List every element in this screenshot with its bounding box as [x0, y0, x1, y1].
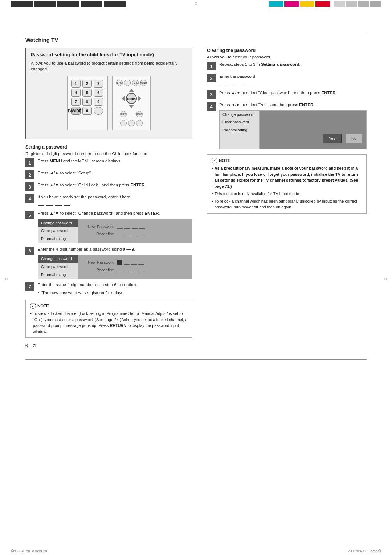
pw-dash-4 — [64, 205, 70, 206]
pw-new-label-6: New Password — [82, 259, 114, 266]
key-info: INFO — [132, 80, 139, 86]
pw-dash-1 — [38, 205, 44, 206]
menu-rrow-4-3: Parental rating — [220, 126, 259, 134]
note-content-left: To view a locked channel (Lock setting i… — [33, 311, 188, 335]
step-content-4: If you have already set the password, en… — [38, 194, 192, 207]
rpw-dash-3 — [237, 85, 243, 85]
right-step-content-4: Press ◄/► to select "Yes", and then pres… — [219, 102, 367, 149]
bottom-left-dot — [11, 549, 14, 552]
yes-button[interactable]: Yes — [323, 134, 342, 143]
note-box-left: ✓ NOTE • To view a locked channel (Lock … — [25, 300, 192, 338]
pw-dash-3 — [55, 205, 62, 206]
key-circle — [94, 107, 103, 115]
pw-box-5-1 — [117, 224, 123, 229]
arrow-down — [128, 105, 134, 108]
right-step-num-2: 2 — [207, 74, 216, 82]
step-num-5: 5 — [25, 211, 34, 219]
no-button[interactable]: No — [345, 134, 363, 143]
key-2: 2 — [82, 80, 92, 88]
note-text-left: • To view a locked channel (Lock setting… — [30, 311, 188, 335]
right-step-num-3: 3 — [207, 90, 216, 99]
page-title: Watching TV — [25, 37, 367, 43]
step-content-3: Press ▲/▼ to select "Child Lock", and th… — [38, 182, 192, 188]
pw-reconfirm-label-5: Reconfirm — [82, 231, 114, 237]
top-lt1-block — [334, 1, 345, 7]
left-column: Password setting for the child lock (for… — [25, 48, 192, 348]
note-title-right: ✓ NOTE — [212, 158, 362, 164]
arrow-right — [138, 96, 141, 101]
menu-left-5: Change password Clear password Parental … — [38, 219, 78, 243]
left-step-7: 7 Enter the same 4-digit number as in st… — [25, 282, 192, 296]
right-column: Clearing the password Allows you to clea… — [207, 48, 367, 214]
menu-row-5-1: Change password — [38, 219, 78, 227]
key-0: 0 — [82, 107, 92, 115]
top-block-5 — [104, 1, 126, 7]
pw-dash-2 — [46, 205, 53, 206]
step-num-1: 1 — [25, 158, 34, 167]
footer-right: 2007/08/31 16:25:32 — [348, 549, 381, 553]
pw-box-6-2 — [124, 260, 130, 265]
ctrl-grid: EPG INFO MENU ENTER — [114, 77, 149, 129]
key-return: RETURN — [136, 111, 143, 117]
step-num-7: 7 — [25, 282, 34, 291]
pw-rbox-5-4 — [139, 231, 145, 236]
pw-rbox-5-2 — [124, 231, 130, 236]
right-step-content-2: Enter the password. — [219, 73, 367, 87]
menu-row-6-2: Clear password — [38, 263, 78, 271]
step3-bold: ENTER — [130, 183, 144, 187]
nav-mid-row: ENTER — [122, 93, 141, 104]
setting-password-desc: Register a 4-digit password number to us… — [25, 151, 192, 156]
note-title-left: ✓ NOTE — [30, 303, 188, 309]
top-decorative-bar — [0, 0, 392, 8]
bottom-rule — [25, 359, 367, 360]
note-bullet-right-1: • — [212, 165, 213, 189]
arrow-left — [122, 96, 125, 101]
top-red-block — [315, 1, 330, 7]
menu-top-right-4: Change password Clear password Parental … — [220, 111, 366, 149]
right-step-4: 4 Press ◄/► to select "Yes", and then pr… — [207, 102, 367, 149]
menu-row-5-2: Clear password — [38, 227, 78, 235]
rs1-bold: Setting a password — [261, 62, 299, 66]
pw-rbox-6-4 — [139, 267, 145, 272]
right-step-3: 3 Press ▲/▼ to select "Clear password", … — [207, 90, 367, 99]
pw-rbox-6-2 — [124, 267, 130, 272]
pw-rbox-6-3 — [132, 267, 138, 272]
note-box-right: ✓ NOTE • As a precautionary measure, mak… — [207, 154, 367, 214]
left-mid-dot — [5, 278, 8, 280]
note-item-right-2: • This function is only available for TV… — [212, 191, 362, 197]
step-content-6: Enter the 4-digit number as a password u… — [38, 246, 192, 279]
top-lt2-block — [346, 1, 357, 7]
step-content-5: Press ▲/▼ to select "Change password", a… — [38, 210, 192, 243]
key-9: 9 — [94, 98, 103, 106]
rpw-dash-4 — [245, 85, 252, 85]
pw-box-6-4 — [138, 260, 144, 265]
rs3-bold: ENTER — [322, 90, 336, 95]
pw-new-boxes-6 — [117, 260, 144, 265]
key-c2 — [128, 120, 135, 126]
pw-dashes-4 — [38, 202, 192, 206]
note-bullet-right-3: • — [212, 198, 213, 210]
step-num-2: 2 — [25, 170, 34, 179]
menu-right-5: New Password Reconfirm — [78, 219, 192, 243]
top-block-2 — [34, 1, 56, 7]
section-box-title: Password setting for the child lock (for… — [31, 52, 187, 58]
top-lt3-block — [358, 1, 369, 7]
rpw-dash-2 — [228, 85, 234, 85]
pw-reconfirm-boxes-5 — [117, 231, 145, 236]
ctrl-row-top: EPG INFO MENU — [116, 80, 147, 86]
right-step-num-4: 4 — [207, 102, 216, 111]
pw-box-5-4 — [139, 224, 145, 229]
step-content-7: Enter the same 4-digit number as in step… — [38, 282, 192, 296]
top-block-4 — [81, 1, 102, 7]
menu-rrow-4-1: Change password — [220, 111, 259, 119]
numpad-grid: 1 2 3 4 5 6 7 8 9 TV/VIDEO 0 — [69, 77, 106, 117]
top-cyan-block — [269, 1, 283, 7]
key-5: 5 — [82, 89, 92, 97]
pw-reconfirm-boxes-6 — [117, 267, 145, 272]
top-bar-left-blocks — [0, 0, 126, 8]
menu-right-right-4: Yes No — [260, 111, 366, 149]
rpw-dash-1 — [219, 85, 226, 85]
pw-box-5-2 — [124, 224, 130, 229]
step7-bullet-text: "The new password was registered" displa… — [41, 290, 124, 296]
note-item-left-1: • To view a locked channel (Lock setting… — [30, 311, 188, 335]
